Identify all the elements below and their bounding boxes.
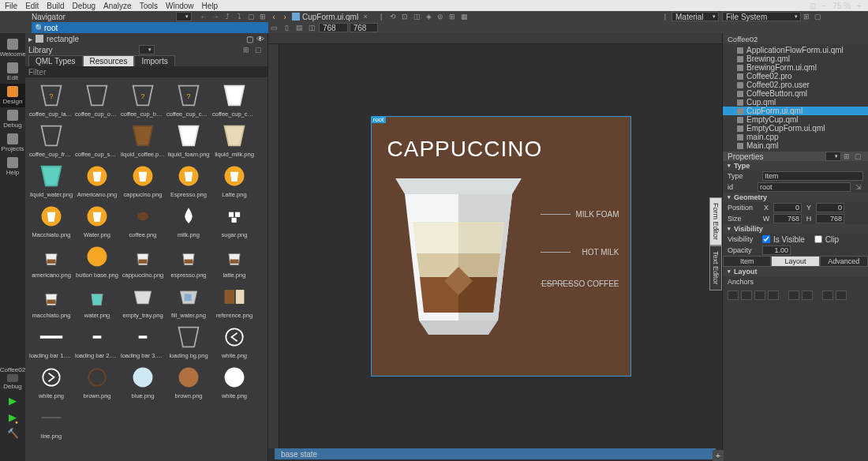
prop-type-value[interactable] [762,171,863,181]
tab-qml-types[interactable]: QML Types [28,55,83,66]
kit-selector[interactable]: Coffee02Debug [0,366,25,390]
tree-item[interactable]: Coffee02.pro.user [723,81,868,89]
menu-edit[interactable]: Edit [25,2,39,10]
nav-tool-6[interactable]: ⊞ [257,12,268,21]
resource-item[interactable]: milk.png [166,203,211,238]
resource-item[interactable]: macchiato.png [28,283,74,319]
tree-item[interactable]: Coffee02.pro [723,72,868,81]
resource-item[interactable]: loading bar 2.png [74,324,120,359]
prop-id-value[interactable] [758,182,851,192]
tab-imports[interactable]: Imports [134,55,174,66]
prop-h[interactable] [816,214,844,223]
resource-item[interactable]: liquid_coffee.png [120,122,166,158]
prop-y[interactable] [816,203,844,212]
prop-clip-chk[interactable] [814,235,822,243]
resource-item[interactable]: coffee_cup_shadow.... [74,122,120,158]
run-debug-button[interactable]: ▶● [9,411,17,423]
design-canvas[interactable]: root CAPPUCCINO [279,44,722,448]
prop-x[interactable] [773,203,802,212]
tab-resources[interactable]: Resources [83,55,135,66]
resource-item[interactable]: liquid_milk.png [211,122,257,158]
export-icon[interactable]: ⇲ [854,182,863,192]
resource-item[interactable]: line.png [28,404,74,440]
anchor-7[interactable] [822,290,833,300]
tool-e[interactable]: ⊚ [435,12,446,21]
resource-item[interactable]: ?coffee_cup_large.png [28,82,74,118]
dim-tool-3[interactable]: ▤ [294,23,305,32]
props-combo[interactable] [825,152,841,161]
resource-item[interactable]: loading bar 1.png [28,324,74,359]
tree-item[interactable]: main.cpp [723,133,868,141]
prop-opacity[interactable] [762,245,791,255]
menu-analyze[interactable]: Analyze [103,2,132,10]
tab-text-editor[interactable]: Text Editor [709,245,722,290]
menu-window[interactable]: Window [166,2,194,10]
anchor-2[interactable] [741,290,752,300]
add-state-button[interactable]: + [713,450,724,461]
resource-item[interactable]: blue.png [120,364,166,399]
preview-root[interactable]: root CAPPUCCINO [371,116,631,377]
type-tool-1[interactable]: ▢ [246,35,253,43]
menu-tools[interactable]: Tools [140,2,158,10]
tree-root[interactable]: Coffee02 [723,33,868,44]
resource-item[interactable]: Water.png [74,203,120,238]
menu-debug[interactable]: Debug [73,2,95,10]
resource-item[interactable]: espresso.png [166,243,211,279]
resource-item[interactable]: ?coffee_cup_coverplat... [166,82,211,118]
resource-item[interactable]: liquid_foam.png [166,122,211,158]
resource-item[interactable]: loading bg.png [166,324,211,359]
group-type[interactable]: Type [723,161,868,171]
resource-item[interactable]: coffee.png [120,203,166,238]
resource-item[interactable]: white.png [28,364,74,399]
anchor-8[interactable] [836,290,847,300]
anchor-3[interactable] [754,290,765,300]
tree-item[interactable]: ApplicationFlowForm.ui.qml [723,46,868,54]
tree-item[interactable]: Cup.qml [723,98,868,107]
expand-icon[interactable]: ▸ [28,35,32,43]
zoom-in-icon[interactable]: + [857,2,862,10]
resource-item[interactable]: white.png [211,324,257,359]
tree-item[interactable]: Brewing.qml [723,54,868,63]
current-file[interactable]: CupForm.ui.qml [292,13,358,21]
dim-tool-1[interactable]: ▭ [268,23,279,32]
dim-tool-2[interactable]: ▯ [281,23,292,32]
resource-item[interactable]: loading bar 3.png [120,324,166,359]
filter-input[interactable]: Filter [25,66,268,77]
group-geometry[interactable]: Geometry [723,193,868,202]
resource-item[interactable]: Latte.png [211,163,257,198]
mode-help[interactable]: Help [0,155,25,178]
resource-item[interactable]: cappuccino.png [120,243,166,279]
tab-form-editor[interactable]: Form Editor [709,197,722,245]
resource-item[interactable]: latte.png [211,243,257,279]
state-bar[interactable]: base state [275,448,716,459]
menu-build[interactable]: Build [47,2,64,10]
nav-back[interactable]: ‹ [268,11,279,22]
dim-h[interactable]: 768 [350,23,379,32]
file-close-icon[interactable]: × [360,12,371,21]
dim-w[interactable]: 768 [319,23,348,32]
nav-tool-3[interactable]: ⤴ [222,12,233,21]
tool-c[interactable]: ◫ [411,12,422,21]
navigator-search[interactable]: 🔍 root [32,22,268,33]
menu-help[interactable]: Help [202,2,219,10]
tool-d[interactable]: ◈ [423,12,434,21]
resource-item[interactable]: fill_water.png [166,283,211,319]
resource-item[interactable]: button base.png [74,243,120,279]
resource-item[interactable]: reference.png [211,283,257,319]
tree-item[interactable]: CoffeeButton.qml [723,89,868,98]
tree-item[interactable]: CupForm.ui.qml [723,107,868,115]
resource-item[interactable]: coffee_cup_front.png [28,122,74,158]
build-button[interactable]: 🔨 [7,428,19,439]
nav-fwd[interactable]: › [279,11,290,22]
nav-tool-1[interactable]: ← [198,12,209,21]
resource-item[interactable]: Espresso.png [166,163,211,198]
zoom-out-icon[interactable]: − [822,2,827,10]
fs-tool-2[interactable]: ▢ [812,12,823,21]
prop-w[interactable] [773,214,802,223]
group-layout[interactable]: Layout [723,267,868,276]
mode-design[interactable]: Design [0,84,25,107]
menu-file[interactable]: File [5,2,17,10]
resource-item[interactable]: americano.png [28,243,74,279]
resource-item[interactable]: liquid_water.png [28,163,74,198]
props-tool-1[interactable]: ⊞ [841,152,852,161]
